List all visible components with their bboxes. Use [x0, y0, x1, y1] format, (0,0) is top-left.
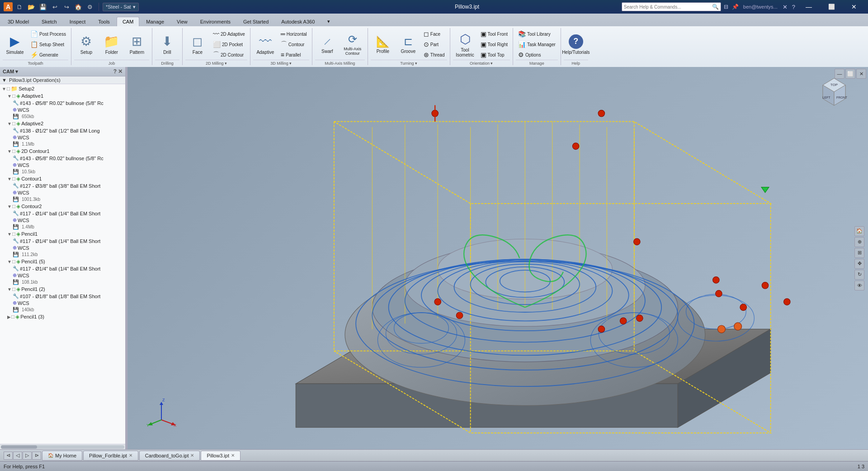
- panel-hscroll[interactable]: [0, 444, 125, 449]
- tab-tools[interactable]: Tools: [92, 17, 116, 26]
- tree-item-wcs1[interactable]: ⊕ WCS: [0, 106, 125, 113]
- setup-button[interactable]: ⚙ Setup: [74, 29, 99, 60]
- options-button[interactable]: ⚙ Options: [516, 50, 558, 60]
- tree-item-wcs4[interactable]: ⊕ WCS: [0, 189, 125, 196]
- tree-container[interactable]: ▼ □ 📁 Setup2 ▼ □ ◈ Adaptive1 🔧 #143 - Ø5…: [0, 84, 125, 444]
- thread-button[interactable]: ⊛ Thread: [421, 50, 447, 60]
- help-btn[interactable]: ?: [791, 4, 797, 10]
- tree-item-adaptive1[interactable]: ▼ □ ◈ Adaptive1: [0, 92, 125, 100]
- tree-item-tool107[interactable]: 🔧 #107 - Ø1/8" ball (1/8" Ball EM Short: [0, 293, 125, 300]
- tree-item-tool117a[interactable]: 🔧 #117 - Ø1/4" ball (1/4" Ball EM Short: [0, 210, 125, 217]
- setupsheet-button[interactable]: 📋 Setup Sheet: [28, 39, 68, 49]
- tree-item-tool138[interactable]: 🔧 #138 - Ø1/2" ball (1/2" Ball EM Long: [0, 127, 125, 134]
- tree-item-tool127[interactable]: 🔧 #127 - Ø3/8" ball (3/8" Ball EM Short: [0, 182, 125, 189]
- vt-orbit-button[interactable]: ↻: [854, 270, 864, 280]
- panel-help-icon[interactable]: ?: [113, 68, 117, 75]
- tree-item-wcs2[interactable]: ⊕ WCS: [0, 134, 125, 141]
- parallel-button[interactable]: ≡ Parallel: [278, 50, 309, 60]
- drill-button[interactable]: ⬇ Drill: [155, 29, 179, 60]
- tab-cardboard[interactable]: Cardboard_toGo.ipt ✕: [139, 451, 200, 461]
- tree-item-setup2[interactable]: ▼ □ 📁 Setup2: [0, 85, 125, 92]
- tree-item-tool117c[interactable]: 🔧 #117 - Ø1/4" ball (1/4" Ball EM Short: [0, 265, 125, 272]
- tab-pillow3[interactable]: Pillow3.ipt ✕: [201, 451, 241, 461]
- tree-root[interactable]: ▼ Pillow3.ipt Operation(s): [0, 76, 125, 84]
- horizontal-button[interactable]: ═ Horizontal: [278, 29, 309, 39]
- tree-item-wcs8[interactable]: ⊕ WCS: [0, 300, 125, 306]
- tree-item-pencil1[interactable]: ▼ □ ◈ Pencil1: [0, 230, 125, 238]
- pocket2d-button[interactable]: ⬜ 2D Pocket: [211, 39, 247, 49]
- tree-item-pencil1-2[interactable]: ▼ □ ◈ Pencil1 (2): [0, 285, 125, 293]
- vt-pan-button[interactable]: ✥: [854, 259, 864, 269]
- material-dropdown[interactable]: *Steel - Sat ▾: [103, 3, 139, 11]
- contour2d-button[interactable]: ⌒ 2D Contour: [211, 50, 247, 60]
- tool-isometric-button[interactable]: ⬡ Tool Isometric: [453, 29, 477, 60]
- open-button[interactable]: 📂: [26, 2, 36, 12]
- viewport[interactable]: TOP LEFT FRONT: [127, 67, 868, 449]
- search-input[interactable]: [624, 5, 712, 10]
- adaptive-button[interactable]: 〰 Adaptive: [253, 29, 278, 60]
- contour3d-button[interactable]: ⌒ Contour: [278, 39, 309, 49]
- groove-button[interactable]: ⊏ Groove: [396, 29, 420, 60]
- tab-sketch[interactable]: Sketch: [36, 17, 63, 26]
- tree-item-pencil1-3[interactable]: ▶ □ ◈ Pencil1 (3): [0, 313, 125, 320]
- user-label[interactable]: ben@twentys...: [741, 4, 779, 10]
- tab-autodesk[interactable]: Autodesk A360: [275, 17, 321, 26]
- vt-zoom-button[interactable]: ⊕: [854, 237, 864, 247]
- part-button[interactable]: ⊙ Part: [421, 39, 447, 49]
- tree-item-tool117b[interactable]: 🔧 #117 - Ø1/4" ball (1/4" Ball EM Short: [0, 238, 125, 244]
- tree-item-contour2[interactable]: ▼ □ ◈ Contour2: [0, 203, 125, 210]
- tab-environments[interactable]: Environments: [194, 17, 236, 26]
- vt-fit-button[interactable]: ⊞: [854, 248, 864, 258]
- face-button[interactable]: ◻ Face: [185, 29, 210, 60]
- search-btn2[interactable]: ⊟: [723, 4, 729, 10]
- nav-next-button[interactable]: ▷: [23, 452, 32, 460]
- tree-item-contour2d1[interactable]: ▼ □ ◈ 2D Contour1: [0, 147, 125, 155]
- tree-item-tool143a[interactable]: 🔧 #143 - Ø5/8" R0.02" bullnose (5/8" Rc: [0, 100, 125, 106]
- viewcube[interactable]: TOP LEFT FRONT: [818, 76, 850, 108]
- tree-item-contour1[interactable]: ▼ □ ◈ Contour1: [0, 175, 125, 182]
- nav-last-button[interactable]: ⊳: [32, 452, 41, 460]
- close-button[interactable]: ✕: [844, 0, 864, 14]
- hscroll-thumb[interactable]: [1, 445, 37, 449]
- pin-icon[interactable]: 📌: [731, 4, 740, 10]
- multiaxiscontour-button[interactable]: ⟳ Multi-Axis Contour: [340, 29, 365, 60]
- tool-top-button[interactable]: ▣ Tool Top: [478, 50, 510, 60]
- swarf-button[interactable]: ⟋ Swarf: [315, 29, 340, 60]
- tab-pillow-for[interactable]: Pillow_ForIble.ipt ✕: [83, 451, 138, 461]
- generate-button[interactable]: ⚡ Generate: [28, 50, 68, 60]
- hscroll-track[interactable]: [1, 445, 124, 449]
- tab-getstarted[interactable]: Get Started: [237, 17, 274, 26]
- simulate-button[interactable]: ▶ Simulate: [3, 29, 27, 60]
- postprocess-button[interactable]: 📄 Post Process: [28, 29, 68, 39]
- task-manager-button[interactable]: 📊 Task Manager: [516, 39, 558, 49]
- tree-item-wcs7[interactable]: ⊕ WCS: [0, 272, 125, 279]
- home-button[interactable]: 🏠: [73, 2, 83, 12]
- vt-close-button[interactable]: ✕: [856, 69, 866, 79]
- tab-manage[interactable]: Manage: [140, 17, 170, 26]
- tab-myhome[interactable]: 🏠 My Home: [42, 451, 82, 461]
- profile-button[interactable]: 📐 Profile: [371, 29, 395, 60]
- tree-item-wcs3[interactable]: ⊕ WCS: [0, 162, 125, 168]
- adaptive2d-button[interactable]: 〰 2D Adaptive: [211, 29, 247, 39]
- tab-view[interactable]: View: [171, 17, 193, 26]
- tab-more[interactable]: ▾: [321, 16, 336, 26]
- tab-3dmodel[interactable]: 3D Model: [2, 17, 35, 26]
- tool-front-button[interactable]: ▣ Tool Front: [478, 29, 510, 39]
- tree-item-adaptive2[interactable]: ▼ □ ◈ Adaptive2: [0, 120, 125, 127]
- settings-button[interactable]: ⚙: [85, 2, 95, 12]
- tree-item-pencil1-5[interactable]: ▼ □ ◈ Pencil1 (5): [0, 258, 125, 265]
- redo-button[interactable]: ↪: [61, 2, 71, 12]
- tab-inspect[interactable]: Inspect: [64, 17, 91, 26]
- vt-home-button[interactable]: 🏠: [854, 226, 864, 236]
- help-tutorials-button[interactable]: ? Help/Tutorials: [564, 29, 588, 60]
- tree-item-wcs5[interactable]: ⊕ WCS: [0, 217, 125, 224]
- face-turning-button[interactable]: ◻ Face: [421, 29, 447, 39]
- maximize-button[interactable]: ⬜: [821, 0, 842, 14]
- tool-library-button[interactable]: 📚 Tool Library: [516, 29, 558, 39]
- tree-item-tool143b[interactable]: 🔧 #143 - Ø5/8" R0.02" bullnose (5/8" Rc: [0, 155, 125, 162]
- app-icon[interactable]: A: [4, 2, 13, 11]
- tool-right-button[interactable]: ▣ Tool Right: [478, 39, 510, 49]
- panel-close-icon[interactable]: ✕: [118, 68, 123, 75]
- vt-look-button[interactable]: 👁: [854, 281, 864, 290]
- folder-button[interactable]: 📁 Folder: [99, 29, 124, 60]
